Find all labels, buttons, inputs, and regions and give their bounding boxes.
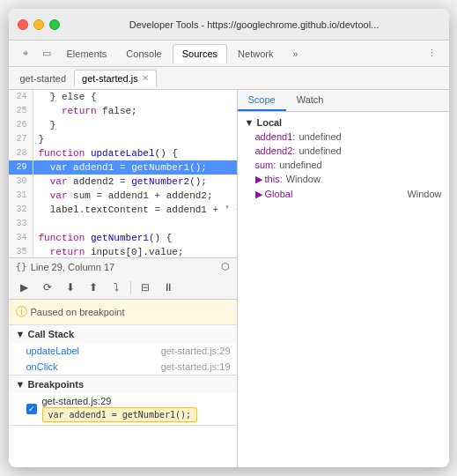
callstack-name-0: updateLabel [26, 346, 80, 356]
code-editor[interactable]: 24 } else { 25 return false; 26 } 27 } 2 [9, 90, 237, 257]
statusbar-expand-icon[interactable]: ⬡ [221, 261, 230, 272]
code-text-28: function updateLabel() { [33, 146, 178, 160]
callstack-file-0: get-started.js:29 [161, 346, 231, 356]
line-num-27: 27 [9, 132, 33, 146]
more-tabs-button[interactable]: » [285, 44, 305, 63]
info-icon: ⓘ [16, 304, 27, 320]
code-line-24: 24 } else { [9, 90, 237, 104]
code-text-26: } [33, 118, 56, 132]
scope-content: ▼ Local addend1: undefined addend2: unde… [238, 112, 449, 205]
code-line-35: 35 return inputs[0].value; [9, 245, 237, 257]
paused-label: Paused on breakpoint [31, 307, 125, 317]
code-line-31: 31 var sum = addend1 + addend2; [9, 189, 237, 203]
code-text-33 [33, 217, 45, 231]
titlebar: Developer Tools - https://googlechrome.g… [9, 9, 449, 41]
breakpoints-section: ▼ Breakpoints get-started.js:29 var adde… [9, 376, 238, 426]
scope-this-label: ▶ this: [255, 174, 283, 185]
traffic-lights [18, 19, 60, 30]
scope-local-header[interactable]: ▼ Local [241, 115, 446, 130]
code-line-25: 25 return false; [9, 104, 237, 118]
scope-key-addend1: addend1: [255, 131, 296, 142]
device-toolbar-icon[interactable]: ▭ [37, 44, 56, 63]
resume-button[interactable]: ▶ [16, 279, 33, 296]
statusbar-icon: {} [16, 261, 27, 272]
code-text-31: var sum = addend1 + addend2; [33, 189, 213, 203]
code-line-34: 34 function getNumber1() { [9, 231, 237, 245]
line-num-26: 26 [9, 118, 33, 132]
devtools-window: Developer Tools - https://googlechrome.g… [9, 9, 449, 467]
code-line-28: 28 function updateLabel() { [9, 146, 237, 160]
line-num-29: 29 [9, 160, 33, 175]
scope-key-sum: sum: [255, 160, 276, 170]
code-text-29: var addend1 = getNumber1(); [33, 160, 207, 175]
devtools-cursor-icon[interactable]: ⌖ [16, 44, 35, 63]
paused-banner: ⓘ Paused on breakpoint [9, 300, 238, 325]
code-text-25: return false; [33, 104, 137, 118]
breakpoint-file: get-started.js:29 [42, 396, 198, 406]
scope-this[interactable]: ▶ this: Window [241, 172, 446, 187]
scope-tab-scope[interactable]: Scope [238, 90, 286, 111]
scope-this-val: Window [286, 174, 321, 185]
code-text-32: label.textContent = addend1 + ' + ' + ad… [33, 203, 237, 217]
tab-elements[interactable]: Elements [58, 45, 116, 63]
close-button[interactable] [18, 19, 28, 30]
code-text-30: var addend2 = getNumber2(); [33, 175, 207, 189]
devtools-menu-button[interactable]: ⋮ [423, 44, 442, 63]
code-line-30: 30 var addend2 = getNumber2(); [9, 175, 237, 189]
breakpoints-header-label: ▼ Breakpoints [16, 379, 85, 390]
callstack-header[interactable]: ▼ Call Stack [9, 325, 238, 343]
scope-var-addend2: addend2: undefined [241, 144, 446, 158]
tab-network[interactable]: Network [229, 45, 282, 63]
statusbar-text[interactable]: Line 29, Column 17 [31, 262, 114, 272]
line-num-24: 24 [9, 90, 33, 104]
step-into-button[interactable]: ⬇ [62, 279, 79, 296]
line-num-33: 33 [9, 217, 33, 231]
scope-panel: Scope Watch ▼ Local addend1: undefined a… [238, 90, 449, 467]
code-text-35: return inputs[0].value; [33, 245, 184, 257]
line-num-32: 32 [9, 203, 33, 217]
scope-var-addend1: addend1: undefined [241, 130, 446, 144]
filetab-close-icon[interactable]: ✕ [142, 73, 149, 83]
main-area: 24 } else { 25 return false; 26 } 27 } 2 [9, 90, 449, 467]
deactivate-breakpoints-button[interactable]: ⊟ [136, 279, 154, 296]
code-text-24: } else { [33, 90, 97, 104]
breakpoint-item-0[interactable]: get-started.js:29 var addend1 = getNumbe… [9, 393, 238, 425]
status-bar: {} Line 29, Column 17 ⬡ [9, 257, 237, 275]
callstack-item-0[interactable]: updateLabel get-started.js:29 [9, 343, 238, 359]
scope-global[interactable]: ▶ Global Window [241, 187, 446, 202]
scope-tab-watch[interactable]: Watch [286, 90, 335, 111]
code-text-34: function getNumber1() { [33, 231, 173, 245]
step-over-button[interactable]: ⟳ [39, 279, 56, 296]
line-num-35: 35 [9, 245, 33, 257]
breakpoint-code: var addend1 = getNumber1(); [42, 407, 198, 422]
code-panel: 24 } else { 25 return false; 26 } 27 } 2 [9, 90, 238, 467]
debug-panel: ⓘ Paused on breakpoint ▼ Call Stack upda… [9, 300, 238, 467]
filetab-get-started-js[interactable]: get-started.js ✕ [74, 70, 157, 87]
scope-key-addend2: addend2: [255, 145, 296, 156]
scope-val-sum: undefined [279, 160, 321, 170]
toolbar-divider [130, 281, 131, 294]
maximize-button[interactable] [49, 19, 60, 30]
minimize-button[interactable] [33, 19, 44, 30]
file-tabbar: get-started get-started.js ✕ [9, 67, 449, 90]
filetab-get-started[interactable]: get-started [12, 70, 75, 87]
pause-on-exceptions-button[interactable]: ⏸ [159, 279, 177, 296]
line-num-34: 34 [9, 231, 33, 245]
line-num-25: 25 [9, 104, 33, 118]
tab-sources[interactable]: Sources [173, 44, 227, 63]
filetab-label-js: get-started.js [82, 73, 138, 84]
window-title: Developer Tools - https://googlechrome.g… [69, 19, 440, 30]
scope-global-val: Window [407, 189, 441, 200]
breakpoints-header[interactable]: ▼ Breakpoints [9, 376, 238, 393]
scope-val-addend2: undefined [299, 145, 341, 156]
breakpoint-checkbox[interactable] [26, 404, 37, 414]
tab-console[interactable]: Console [117, 45, 170, 63]
scope-global-label: ▶ Global [255, 189, 293, 200]
main-tabbar: ⌖ ▭ Elements Console Sources Network » ⋮ [9, 41, 449, 67]
callstack-item-1[interactable]: onClick get-started.js:19 [9, 359, 238, 375]
code-line-26: 26 } [9, 118, 237, 132]
step-button[interactable]: ⤵ [107, 279, 125, 296]
step-out-button[interactable]: ⬆ [85, 279, 102, 296]
callstack-name-1: onClick [26, 361, 58, 372]
debug-toolbar: ▶ ⟳ ⬇ ⬆ ⤵ ⊟ ⏸ [9, 275, 237, 300]
